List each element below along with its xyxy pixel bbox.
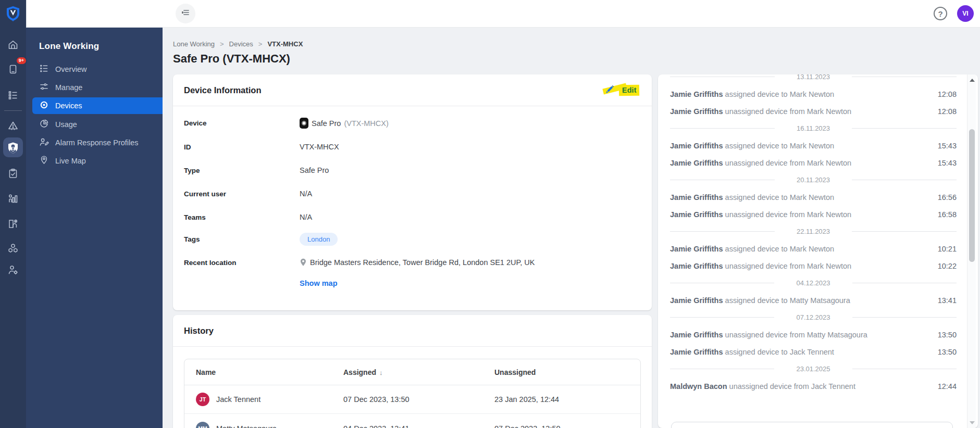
activity-entry: Jamie Griffiths assigned device to Mark …: [670, 240, 957, 257]
activity-entry: Jamie Griffiths unassigned device from M…: [670, 326, 957, 343]
sort-descending-icon[interactable]: [379, 369, 383, 376]
activity-entry: Jamie Griffiths assigned device to Mark …: [670, 188, 957, 206]
entry-time: 15:43: [938, 142, 957, 150]
edit-button[interactable]: Edit: [605, 84, 639, 96]
rail-assets-icon[interactable]: [3, 238, 23, 258]
entry-time: 16:58: [938, 210, 957, 219]
field-label-recent-location: Recent location: [184, 259, 300, 267]
scrollbar[interactable]: [967, 74, 976, 428]
edit-button-label: Edit: [618, 84, 639, 96]
rail-devices-icon[interactable]: 9+: [3, 59, 23, 79]
field-label-current-user: Current user: [184, 190, 300, 198]
scrollbar-thumb[interactable]: [969, 129, 975, 262]
history-card: History Name Assigned Unassigned JT Jack…: [173, 315, 652, 428]
history-assigned: 04 Dec 2023, 13:41: [343, 424, 410, 428]
question-mark-icon: ?: [938, 9, 942, 18]
brand-shield-logo[interactable]: [4, 4, 22, 23]
activity-entry: Jamie Griffiths unassigned device from M…: [670, 103, 957, 120]
current-user-value: N/A: [300, 190, 312, 198]
scroll-up-arrow-icon[interactable]: [967, 75, 976, 84]
entry-time: 12:08: [938, 90, 957, 98]
help-button[interactable]: ?: [934, 7, 947, 20]
panel-toggle-icon: [180, 7, 191, 20]
rail-user-settings-icon[interactable]: [3, 260, 23, 280]
field-label-tags: Tags: [184, 235, 300, 243]
activity-entry: Jamie Griffiths assigned device to Mark …: [670, 85, 957, 103]
breadcrumb-lone-working[interactable]: Lone Working: [173, 40, 215, 48]
field-label-type: Type: [184, 167, 300, 174]
history-row-matty-matsagoura[interactable]: MM Matty Matsagoura 04 Dec 2023, 13:41 0…: [184, 414, 640, 428]
rail-lone-working-icon[interactable]: [3, 137, 23, 157]
history-name: Matty Matsagoura: [216, 424, 277, 428]
column-header-unassigned[interactable]: Unassigned: [494, 368, 536, 376]
history-row-jack-tennent[interactable]: JT Jack Tennent 07 Dec 2023, 13:50 23 Ja…: [184, 385, 640, 414]
entry-time: 12:44: [938, 382, 957, 391]
sidebar-item-alarm-response-profiles[interactable]: Alarm Response Profiles: [32, 134, 163, 151]
manage-icon: [39, 82, 49, 93]
column-header-name[interactable]: Name: [196, 368, 216, 376]
rail-home-icon[interactable]: [3, 35, 23, 55]
rail-divider: [4, 110, 22, 111]
entry-time: 10:21: [938, 245, 957, 253]
sidebar-item-usage[interactable]: Usage: [32, 116, 163, 133]
usage-icon: [39, 119, 49, 130]
breadcrumb: Lone Working Devices VTX-MHCX: [173, 40, 303, 48]
device-name-value: Safe Pro: [312, 119, 341, 128]
device-type-value: Safe Pro: [300, 166, 329, 174]
device-information-card: Device Information Edit Device Safe Pro …: [173, 74, 652, 310]
sidebar-item-manage[interactable]: Manage: [32, 79, 163, 96]
history-table: Name Assigned Unassigned JT Jack Tennent…: [184, 359, 641, 428]
device-information-title: Device Information: [184, 85, 262, 95]
location-pin-icon: [300, 258, 307, 267]
activity-entry: Jamie Griffiths unassigned device from M…: [670, 257, 957, 274]
rail-alarm-icon[interactable]: [3, 116, 23, 136]
rail-list-icon[interactable]: [3, 85, 23, 105]
rail-clipboard-icon[interactable]: [3, 163, 23, 183]
field-label-device: Device: [184, 119, 300, 127]
history-title: History: [184, 326, 214, 336]
sidebar-item-overview[interactable]: Overview: [32, 61, 163, 78]
column-header-assigned[interactable]: Assigned: [343, 368, 376, 376]
sidebar-item-label: Overview: [55, 65, 86, 73]
sidebar-item-devices[interactable]: Devices: [32, 97, 163, 114]
breadcrumb-current: VTX-MHCX: [267, 40, 303, 48]
breadcrumb-separator-icon: [220, 40, 224, 48]
entry-time: 12:08: [938, 107, 957, 116]
rail-sites-icon[interactable]: [3, 213, 23, 233]
entry-time: 15:43: [938, 159, 957, 167]
avatar-initials: VI: [962, 10, 968, 17]
history-name: Jack Tennent: [216, 395, 260, 404]
activity-entry: Jamie Griffiths assigned device to Matty…: [670, 292, 957, 309]
avatar: MM: [196, 422, 209, 428]
date-separator: 20.11.2023: [670, 171, 957, 188]
sidebar-item-label: Devices: [55, 102, 82, 110]
edit-pencil-icon: [605, 84, 615, 96]
tag-chip-london: London: [300, 233, 338, 246]
avatar: JT: [196, 393, 209, 406]
sidebar-item-label: Usage: [55, 120, 77, 129]
date-separator: 22.11.2023: [670, 223, 957, 240]
device-id-value: VTX-MHCX: [300, 143, 339, 151]
show-map-link[interactable]: Show map: [300, 279, 338, 287]
scroll-down-arrow-icon[interactable]: [967, 418, 976, 427]
activity-footer-box: [671, 422, 953, 428]
topbar: ? VI: [26, 0, 980, 28]
live-map-icon: [39, 155, 49, 167]
rail-reports-icon[interactable]: [3, 188, 23, 208]
field-label-teams: Teams: [184, 213, 300, 221]
field-label-id: ID: [184, 143, 300, 151]
sidebar: Lone Working Overview Manage Devices Usa…: [26, 28, 163, 428]
toggle-panel-button[interactable]: [176, 4, 195, 23]
breadcrumb-devices[interactable]: Devices: [229, 40, 253, 48]
entry-time: 13:50: [938, 348, 957, 356]
breadcrumb-separator-icon: [258, 40, 263, 48]
sidebar-item-live-map[interactable]: Live Map: [32, 153, 163, 169]
entry-time: 10:22: [938, 262, 957, 270]
activity-entry: Jamie Griffiths unassigned device from M…: [670, 206, 957, 223]
date-separator: 04.12.2023: [670, 274, 957, 292]
entry-time: 13:50: [938, 331, 957, 339]
activity-entry: Jamie Griffiths unassigned device from M…: [670, 154, 957, 171]
activity-entry: Maldwyn Bacon unassigned device from Jac…: [670, 377, 957, 395]
device-id-suffix: (VTX-MHCX): [344, 119, 388, 128]
user-avatar[interactable]: VI: [957, 5, 974, 22]
